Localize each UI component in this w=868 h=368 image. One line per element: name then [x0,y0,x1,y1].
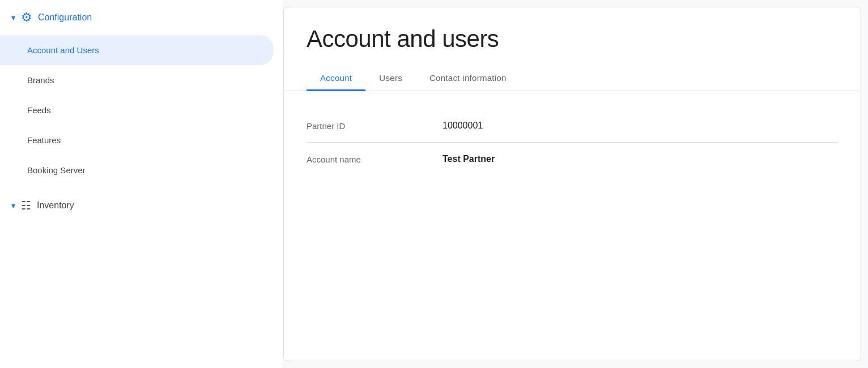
sidebar-item-booking-server[interactable]: Booking Server [0,155,274,185]
tab-content-account: Partner ID 10000001 Account name Test Pa… [284,91,861,361]
partner-id-label: Partner ID [307,121,397,131]
sidebar: ▾ ⚙ Configuration Account and Users Bran… [0,0,283,368]
inventory-label: Inventory [37,200,74,211]
chevron-down-icon-inventory: ▾ [11,201,15,210]
sidebar-item-features[interactable]: Features [0,125,274,155]
tab-account[interactable]: Account [307,66,365,91]
account-name-value: Test Partner [442,154,495,164]
page-title: Account and users [284,7,861,66]
inventory-icon: ☷ [21,199,31,212]
sidebar-item-brands[interactable]: Brands [0,65,274,95]
gear-icon: ⚙ [21,10,32,25]
tab-contact-information[interactable]: Contact information [416,66,520,91]
account-name-row: Account name Test Partner [307,143,838,176]
sidebar-item-feeds[interactable]: Feeds [0,95,274,125]
account-name-label: Account name [307,155,397,164]
main-content: Account and users Account Users Contact … [283,7,861,361]
partner-id-value: 10000001 [442,121,483,131]
chevron-down-icon: ▾ [11,13,15,22]
tabs-bar: Account Users Contact information [284,66,861,91]
configuration-label: Configuration [38,12,92,23]
sidebar-item-account-and-users[interactable]: Account and Users [0,35,274,65]
partner-id-row: Partner ID 10000001 [307,109,838,143]
tab-users[interactable]: Users [365,66,416,91]
configuration-section[interactable]: ▾ ⚙ Configuration [0,0,283,35]
inventory-section[interactable]: ▾ ☷ Inventory [0,190,283,221]
